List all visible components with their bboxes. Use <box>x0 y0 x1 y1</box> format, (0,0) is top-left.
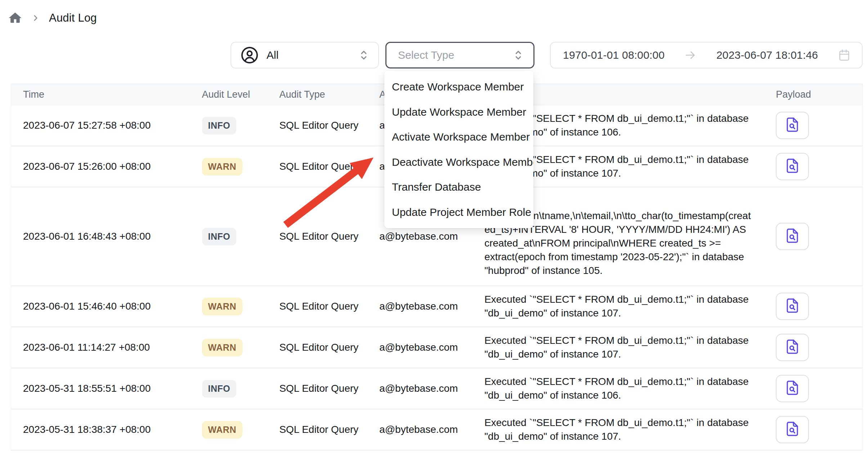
comment-cell: Executed `"SELECT * FROM db_ui_demo.t1;"… <box>484 293 766 320</box>
file-search-icon <box>784 227 801 245</box>
audit-level-badge: WARN <box>202 298 242 315</box>
filter-bar: All Select Type 1970-01-01 08:00:00 2023… <box>231 42 863 68</box>
menu-item-update-project-member-role[interactable]: Update Project Member Role <box>384 200 533 225</box>
time-cell: 2023-06-01 15:46:40 +08:00 <box>11 301 202 312</box>
actor-filter-select[interactable]: All <box>231 42 379 68</box>
comment-cell: Executed `"SELECT * FROM db_ui_demo.t1;"… <box>484 375 766 402</box>
page-title: Audit Log <box>49 12 97 25</box>
file-search-icon <box>784 116 801 134</box>
menu-item-transfer-database[interactable]: Transfer Database <box>384 174 533 199</box>
table-row: 2023-05-31 18:55:51 +08:00 INFO SQL Edit… <box>11 368 862 409</box>
time-cell: 2023-06-01 16:48:43 +08:00 <box>11 231 202 242</box>
header-audit-level: Audit Level <box>202 89 279 100</box>
file-search-icon <box>784 338 801 356</box>
audit-level-badge: INFO <box>202 117 237 134</box>
breadcrumb: Audit Log <box>8 11 97 25</box>
table-row: 2023-05-31 18:38:37 +08:00 WARN SQL Edit… <box>11 409 862 451</box>
audit-level-badge: WARN <box>202 158 242 176</box>
chevron-right-icon <box>31 13 40 23</box>
audit-level-badge: INFO <box>202 228 237 245</box>
audit-type-cell: SQL Editor Query <box>279 424 379 435</box>
audit-level-badge: WARN <box>202 421 242 439</box>
time-cell: 2023-05-31 18:38:37 +08:00 <box>11 424 202 435</box>
actor-cell: a@bytebase.com <box>379 424 484 435</box>
arrow-right-icon <box>684 49 697 62</box>
audit-type-cell: SQL Editor Query <box>279 161 379 172</box>
menu-item-deactivate-workspace-member[interactable]: Deactivate Workspace Member <box>384 150 533 174</box>
actor-cell: a@bytebase.com <box>379 301 484 312</box>
menu-item-activate-workspace-member[interactable]: Activate Workspace Member <box>384 124 533 149</box>
header-time: Time <box>11 89 202 100</box>
audit-type-cell: SQL Editor Query <box>279 301 379 312</box>
audit-level-badge: WARN <box>202 339 242 356</box>
payload-button[interactable] <box>776 375 809 402</box>
menu-item-update-workspace-member[interactable]: Update Workspace Member <box>384 99 533 124</box>
user-circle-icon <box>241 46 259 64</box>
type-filter-placeholder: Select Type <box>398 49 513 61</box>
payload-button[interactable] <box>776 112 809 139</box>
actor-cell: a@bytebase.com <box>379 231 484 242</box>
header-payload: Payload <box>766 89 862 100</box>
time-cell: 2023-06-01 11:14:27 +08:00 <box>11 342 202 353</box>
menu-item-create-workspace-member[interactable]: Create Workspace Member <box>384 74 533 99</box>
table-row: 2023-06-01 15:46:40 +08:00 WARN SQL Edit… <box>11 286 862 327</box>
file-search-icon <box>784 421 801 439</box>
time-cell: 2023-05-31 18:55:51 +08:00 <box>11 383 202 394</box>
payload-button[interactable] <box>776 293 809 320</box>
chevron-up-down-icon <box>513 48 523 62</box>
payload-button[interactable] <box>776 416 809 443</box>
actor-filter-value: All <box>267 49 359 61</box>
header-audit-type: Audit Type <box>279 89 379 100</box>
actor-cell: a@bytebase.com <box>379 342 484 353</box>
file-search-icon <box>784 297 801 315</box>
calendar-icon[interactable] <box>837 48 851 62</box>
type-filter-dropdown: Create Workspace Member Update Workspace… <box>384 71 533 228</box>
time-cell: 2023-06-07 15:27:58 +08:00 <box>11 120 202 131</box>
payload-button[interactable] <box>776 223 809 250</box>
date-range-picker[interactable]: 1970-01-01 08:00:00 2023-06-07 18:01:46 <box>550 42 863 68</box>
payload-button[interactable] <box>776 334 809 361</box>
audit-level-badge: INFO <box>202 380 237 398</box>
audit-type-cell: SQL Editor Query <box>279 120 379 131</box>
audit-type-cell: SQL Editor Query <box>279 342 379 353</box>
actor-cell: a@bytebase.com <box>379 383 484 394</box>
file-search-icon <box>784 157 801 176</box>
comment-cell: Executed `"SELECT * FROM db_ui_demo.t1;"… <box>484 416 766 443</box>
time-cell: 2023-06-07 15:26:00 +08:00 <box>11 161 202 172</box>
payload-button[interactable] <box>776 153 809 180</box>
home-icon[interactable] <box>8 11 22 25</box>
start-date-value[interactable]: 1970-01-01 08:00:00 <box>563 49 665 61</box>
table-row: 2023-06-01 11:14:27 +08:00 WARN SQL Edit… <box>11 327 862 368</box>
chevron-up-down-icon <box>359 48 369 62</box>
audit-type-cell: SQL Editor Query <box>279 383 379 394</box>
end-date-value[interactable]: 2023-06-07 18:01:46 <box>716 49 818 61</box>
file-search-icon <box>784 380 801 398</box>
audit-type-cell: SQL Editor Query <box>279 231 379 242</box>
comment-cell: Executed `"SELECT * FROM db_ui_demo.t1;"… <box>484 334 766 361</box>
type-filter-select[interactable]: Select Type <box>385 42 534 68</box>
